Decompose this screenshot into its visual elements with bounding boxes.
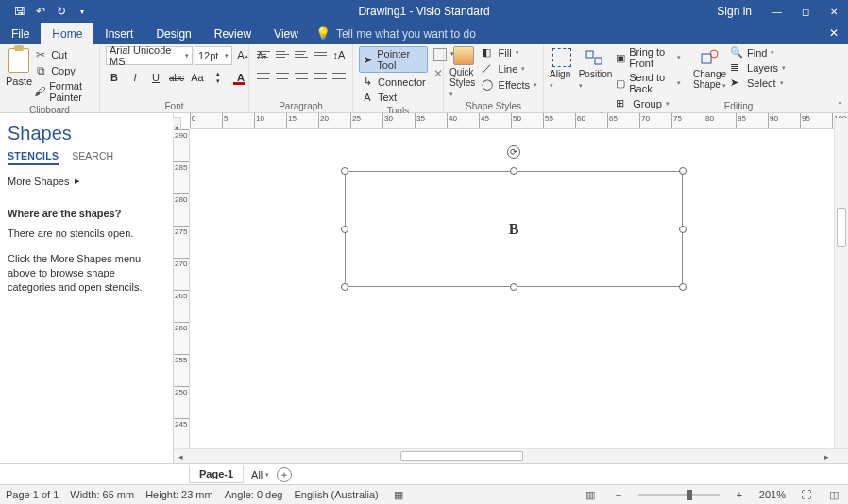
format-painter-icon: 🖌 <box>34 85 45 98</box>
page-tab-1[interactable]: Page-1 <box>189 465 244 483</box>
minimize-button[interactable]: — <box>763 0 791 23</box>
stencils-tab[interactable]: STENCILS <box>8 150 59 165</box>
align-right-button[interactable] <box>293 68 310 83</box>
add-page-button[interactable]: ＋ <box>277 467 292 482</box>
fill-button[interactable]: ◧Fill <box>482 46 537 59</box>
find-button[interactable]: 🔍Find <box>730 46 786 59</box>
status-language[interactable]: English (Australia) <box>294 489 378 500</box>
bold-button[interactable]: B <box>106 69 123 86</box>
font-color-button[interactable]: A <box>230 69 251 86</box>
fill-icon: ◧ <box>482 46 495 59</box>
align-top-button[interactable] <box>255 46 272 61</box>
qat-customize-icon[interactable]: ▾ <box>72 1 93 22</box>
strikethrough-button[interactable]: abc <box>168 69 185 86</box>
redo-icon[interactable]: ↻ <box>51 1 72 22</box>
resize-handle-w[interactable] <box>341 226 348 233</box>
drawing-page[interactable]: ⟳ B <box>204 129 832 448</box>
justify-button[interactable] <box>312 68 329 83</box>
position-button[interactable]: Position <box>579 46 613 90</box>
paste-button[interactable]: Paste <box>6 46 32 87</box>
italic-button[interactable]: I <box>127 69 144 86</box>
search-tab[interactable]: SEARCH <box>72 150 113 165</box>
font-size-combo[interactable]: 12pt <box>195 46 232 65</box>
cut-button[interactable]: ✂Cut <box>34 48 93 61</box>
selected-shape[interactable]: ⟳ B <box>341 167 687 291</box>
fit-page-icon[interactable]: ⛶ <box>797 487 814 502</box>
ribbon-help-close-icon[interactable]: ✕ <box>825 25 842 42</box>
chevron-right-icon: ▸ <box>75 175 80 187</box>
align-left-button[interactable] <box>255 68 272 83</box>
scroll-left-button[interactable]: ◂ <box>174 449 188 463</box>
change-shape-button[interactable]: Change Shape <box>693 46 726 90</box>
resize-handle-n[interactable] <box>510 167 517 175</box>
bullets-button[interactable] <box>331 68 348 83</box>
text-tool-button[interactable]: AText <box>359 91 428 104</box>
restore-button[interactable]: ◻ <box>791 0 820 23</box>
effects-button[interactable]: ◯Effects <box>482 78 537 91</box>
group-button[interactable]: ⊞Group <box>616 97 681 109</box>
resize-handle-e[interactable] <box>679 226 687 233</box>
tab-design[interactable]: Design <box>144 23 202 44</box>
horizontal-scrollbar[interactable]: ◂ ▸ <box>174 448 848 463</box>
tell-me-search[interactable]: 💡 Tell me what you want to do <box>315 23 476 44</box>
text-direction-button[interactable]: ↕A <box>331 46 348 63</box>
pointer-icon: ➤ <box>362 54 373 66</box>
tab-file[interactable]: File <box>0 23 41 44</box>
font-size-stepper[interactable]: ▴▾ <box>210 69 227 86</box>
all-pages-dropdown[interactable]: All <box>251 469 269 480</box>
zoom-level[interactable]: 201% <box>759 489 786 500</box>
presentation-mode-icon[interactable]: ▥ <box>582 487 599 502</box>
resize-handle-ne[interactable] <box>679 167 687 175</box>
align-bottom-button[interactable] <box>293 46 310 61</box>
send-to-back-button[interactable]: ▢Send to Back <box>616 72 681 94</box>
macro-recording-icon[interactable]: ▦ <box>390 487 407 502</box>
sign-in-link[interactable]: Sign in <box>705 5 763 18</box>
connector-tool-button[interactable]: ↳Connector <box>359 75 428 89</box>
bulb-icon: 💡 <box>315 26 331 41</box>
pointer-tool-button[interactable]: ➤Pointer Tool <box>359 46 428 73</box>
line-button[interactable]: ／Line <box>482 61 537 76</box>
copy-button[interactable]: ⧉Copy <box>34 64 93 77</box>
undo-icon[interactable]: ↶ <box>30 1 51 22</box>
more-shapes-menu[interactable]: More Shapes▸ <box>8 175 165 187</box>
rotate-handle[interactable]: ⟳ <box>507 145 520 159</box>
align-middle-button[interactable] <box>274 46 291 61</box>
change-case-button[interactable]: Aa <box>189 69 206 86</box>
tab-review[interactable]: Review <box>203 23 263 44</box>
select-button[interactable]: ➤Select <box>730 76 786 89</box>
help-text-2: Click the More Shapes menu above to brow… <box>8 252 165 294</box>
layers-button[interactable]: ≣Layers <box>730 61 786 74</box>
zoom-slider[interactable] <box>638 494 720 496</box>
align-button[interactable]: Align <box>550 46 575 90</box>
orientation-button[interactable] <box>312 46 329 61</box>
resize-handle-sw[interactable] <box>341 283 348 291</box>
layers-icon: ≣ <box>730 61 743 74</box>
vertical-scrollbar[interactable] <box>834 118 848 448</box>
collapse-ribbon-button[interactable]: ˄ <box>838 100 842 110</box>
svg-rect-0 <box>586 51 593 58</box>
tab-view[interactable]: View <box>263 23 310 44</box>
line-icon: ／ <box>482 61 495 76</box>
resize-handle-s[interactable] <box>510 283 517 291</box>
rectangle-tool-button[interactable] <box>433 48 447 61</box>
underline-button[interactable]: U <box>147 69 164 86</box>
ruler-horizontal[interactable]: 0510152025303540455055606570758085909510… <box>190 113 848 129</box>
format-painter-button[interactable]: 🖌Format Painter <box>34 80 93 103</box>
resize-handle-se[interactable] <box>679 283 687 291</box>
bring-to-front-button[interactable]: ▣Bring to Front <box>616 46 681 69</box>
switch-windows-icon[interactable]: ◫ <box>825 487 842 502</box>
scroll-right-button[interactable]: ▸ <box>820 449 834 463</box>
group-label-font: Font <box>106 99 243 112</box>
save-icon[interactable]: 🖫 <box>9 1 30 22</box>
align-center-button[interactable] <box>274 68 291 83</box>
scroll-end-button[interactable] <box>834 449 848 463</box>
close-button[interactable]: ✕ <box>820 0 848 23</box>
zoom-in-button[interactable]: + <box>731 487 748 502</box>
drawing-canvas[interactable]: ⟳ B <box>190 129 848 448</box>
ruler-vertical[interactable]: 290285280275270265260255250245240 <box>174 129 190 463</box>
zoom-out-button[interactable]: − <box>610 487 627 502</box>
font-name-combo[interactable]: Arial Unicode MS <box>106 46 193 65</box>
tab-insert[interactable]: Insert <box>93 23 144 44</box>
tab-home[interactable]: Home <box>41 23 93 44</box>
resize-handle-nw[interactable] <box>341 167 348 175</box>
